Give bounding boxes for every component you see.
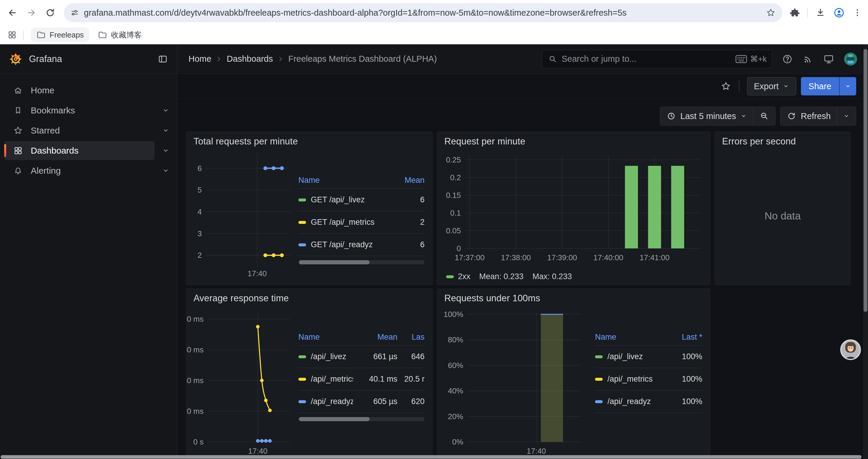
vertical-scrollbar[interactable] (862, 44, 868, 459)
legend-scrollbar-thumb[interactable] (299, 417, 370, 421)
series-name: /api/_readyz (311, 397, 353, 406)
legend-row[interactable]: /api/_livez100% (595, 346, 702, 368)
sidebar-expand-alerting[interactable] (155, 166, 177, 175)
export-button[interactable]: Export (747, 77, 796, 95)
download-icon[interactable] (815, 7, 826, 18)
panel-title[interactable]: Errors per second (715, 132, 850, 147)
legend-row[interactable]: GET /api/_metrics2 (299, 211, 425, 234)
horizontal-scrollbar-thumb[interactable] (1, 455, 862, 459)
time-range-picker[interactable]: Last 5 minutes (660, 107, 753, 125)
svg-text:40 ms: 40 ms (186, 376, 204, 385)
browser-reload-button[interactable] (42, 4, 59, 21)
chart-p4-svg: 80 ms60 ms40 ms20 ms0 s17:40 (191, 308, 293, 459)
floating-assistant-avatar[interactable] (840, 339, 861, 360)
help-icon[interactable] (782, 54, 793, 65)
bookmark-folder-freeleaps[interactable]: Freeleaps (31, 28, 89, 42)
series-value: 40.1 ms (353, 374, 397, 384)
sidebar-expand-bookmarks[interactable] (155, 106, 177, 115)
grafana-logo-icon[interactable] (9, 52, 23, 66)
panel-title[interactable]: Request per minute (437, 132, 710, 147)
user-avatar[interactable] (844, 52, 857, 66)
zoom-out-button[interactable] (753, 107, 775, 125)
sidebar-item-alerting[interactable]: Alerting (0, 161, 177, 181)
browser-menu-icon[interactable] (852, 7, 863, 18)
request-per-minute-chart: 0.250.20.150.10.05017:37:0017:38:0017:39… (444, 150, 703, 270)
news-rss-icon[interactable] (802, 54, 814, 65)
sidebar-item-bookmarks[interactable]: Bookmarks (0, 100, 177, 121)
share-menu-button[interactable] (839, 77, 856, 95)
svg-text:100%: 100% (444, 310, 464, 319)
time-controls-row: Last 5 minutes Refresh (177, 99, 868, 132)
share-button[interactable]: Share (801, 77, 839, 95)
search-box[interactable]: ⌘+k (542, 50, 772, 68)
series-value: 661 µs (353, 352, 397, 361)
legend-row[interactable]: GET /api/_readyz6 (299, 234, 425, 256)
refresh-icon (786, 111, 797, 121)
chevron-down-icon (161, 126, 170, 135)
legend-row[interactable]: /api/_metrics100% (595, 368, 702, 391)
top-nav-right: ⌘+k (542, 50, 868, 68)
star-icon (13, 126, 23, 136)
search-input[interactable] (562, 54, 731, 64)
profile-avatar-icon[interactable] (833, 7, 845, 19)
monitor-icon[interactable] (823, 54, 834, 65)
refresh-button[interactable]: Refresh (780, 107, 837, 125)
series-value: 100% (664, 374, 702, 384)
zoom-out-icon (759, 111, 769, 121)
extensions-icon[interactable] (789, 7, 800, 18)
bookmark-folder-blogs[interactable]: 收藏博客 (92, 28, 147, 42)
site-settings-icon[interactable] (70, 8, 80, 18)
share-label: Share (809, 81, 831, 91)
sidebar-item-home[interactable]: Home (0, 80, 177, 100)
bookmark-icon (13, 105, 23, 116)
legend-scrollbar[interactable] (299, 417, 425, 421)
horizontal-scrollbar[interactable] (0, 455, 862, 459)
mega-menu-toggle[interactable] (157, 54, 168, 64)
breadcrumb-dashboards[interactable]: Dashboards (226, 54, 273, 64)
legend-scrollbar[interactable] (299, 260, 425, 264)
series-value: 20.5 r (397, 374, 425, 384)
sidebar-item-starred[interactable]: Starred (0, 121, 177, 140)
legend-row[interactable]: /api/_livez661 µs646 (299, 346, 425, 368)
panel-title[interactable]: Total requests per minute (186, 132, 432, 147)
series-value: 2 (397, 218, 425, 227)
legend-scrollbar-thumb[interactable] (299, 260, 370, 264)
legend-row[interactable]: /api/_readyz605 µs620 (299, 391, 425, 413)
bookmarks-bar: Freeleaps 收藏博客 (0, 25, 868, 44)
sidebar-expand-starred[interactable] (155, 126, 177, 135)
sidebar-item-dashboards[interactable]: Dashboards (0, 140, 177, 161)
bookmark-label: 收藏博客 (111, 30, 142, 40)
svg-text:5: 5 (198, 186, 202, 194)
favorite-star-icon[interactable] (720, 81, 731, 92)
chart-p2-svg: 0.250.20.150.10.05017:37:0017:38:0017:39… (444, 150, 703, 268)
panel-title[interactable]: Average response time (186, 289, 432, 304)
series-value: 100% (664, 352, 702, 361)
series-name: 2xx (458, 272, 470, 281)
svg-text:0.1: 0.1 (450, 208, 461, 218)
bookmark-star-icon[interactable] (766, 8, 776, 18)
panel-title[interactable]: Requests under 100ms (437, 289, 710, 304)
shortcut-label: ⌘+k (750, 54, 767, 64)
series-name: GET /api/_livez (311, 195, 365, 204)
assistant-avatar-icon (840, 339, 861, 360)
sidebar-expand-dashboards[interactable] (155, 146, 177, 155)
breadcrumb-home[interactable]: Home (188, 54, 211, 64)
browser-toolbar (0, 0, 868, 25)
refresh-interval-button[interactable] (837, 107, 856, 125)
legend-row[interactable]: /api/_metrics40.1 ms20.5 r (299, 368, 425, 391)
url-input[interactable] (84, 8, 766, 18)
legend-row[interactable]: /api/_readyz100% (595, 391, 702, 413)
keyboard-icon (735, 55, 747, 64)
browser-forward-button[interactable] (23, 4, 39, 21)
browser-back-button[interactable] (4, 4, 21, 21)
series-value: 620 (397, 397, 425, 406)
apps-grid-icon[interactable] (7, 30, 17, 40)
legend-row[interactable]: GET /api/_livez6 (299, 189, 425, 211)
forward-icon (26, 7, 37, 18)
panel-legend: NameMeanGET /api/_livez6GET /api/_metric… (299, 172, 425, 285)
url-bar[interactable] (64, 3, 782, 22)
series-color-swatch (299, 400, 306, 403)
legend-2xx[interactable]: 2xx Mean: 0.233 Max: 0.233 (446, 272, 703, 281)
vertical-scrollbar-thumb[interactable] (864, 49, 867, 312)
actions-divider (739, 80, 740, 92)
